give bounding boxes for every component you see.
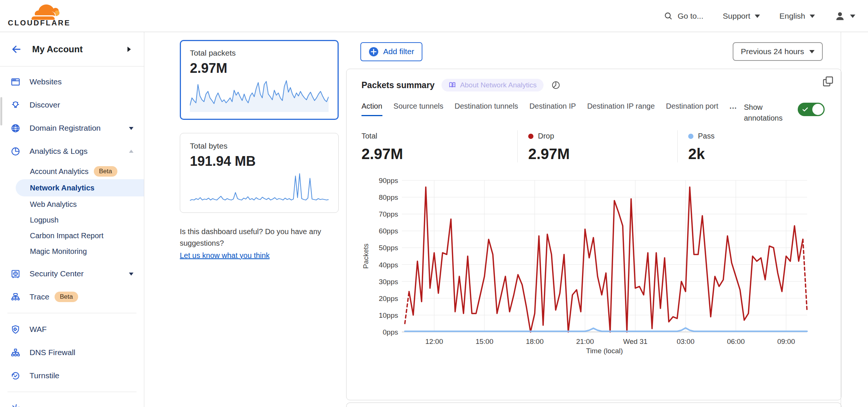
tab-more[interactable]: ... bbox=[730, 102, 737, 116]
tab-destination-ip-range[interactable]: Destination IP range bbox=[587, 102, 655, 116]
add-filter-button[interactable]: Add filter bbox=[360, 42, 422, 61]
sidebar-subitem-label: Account Analytics bbox=[30, 167, 89, 176]
tab-source-tunnels[interactable]: Source tunnels bbox=[394, 102, 443, 116]
chevron-right-icon[interactable] bbox=[127, 47, 133, 52]
sidebar-item-discover[interactable]: Discover bbox=[0, 93, 144, 116]
lightbulb-icon bbox=[10, 100, 21, 110]
chevron-down-icon bbox=[755, 15, 760, 21]
filter-row: Add filter Previous 24 hours bbox=[346, 42, 841, 61]
about-network-analytics-badge[interactable]: About Network Analytics bbox=[441, 79, 544, 91]
legend-dot bbox=[528, 134, 533, 139]
sidebar-item-dns-firewall[interactable]: DNS Firewall bbox=[0, 341, 144, 364]
sidebar-scrollbar[interactable] bbox=[0, 97, 2, 125]
sidebar-item-security-center[interactable]: Security Center bbox=[0, 262, 144, 285]
cloudflare-wordmark: CLOUDFLARE bbox=[8, 19, 71, 27]
svg-text:06:00: 06:00 bbox=[727, 338, 745, 345]
sidebar-item-domain-registration[interactable]: Domain Registration bbox=[0, 116, 144, 140]
chevron-down-icon bbox=[810, 15, 815, 21]
globe-icon bbox=[10, 123, 21, 133]
svg-text:70pps: 70pps bbox=[379, 210, 398, 218]
cloudflare-logo[interactable]: CLOUDFLARE bbox=[7, 4, 71, 27]
sidebar-item-analytics-logs[interactable]: Analytics & Logs bbox=[0, 140, 144, 163]
sidebar-item-waf[interactable]: WAF bbox=[0, 318, 144, 341]
sidebar-item-magic-monitoring[interactable]: Magic Monitoring bbox=[0, 243, 144, 259]
card-label: Total packets bbox=[190, 49, 329, 58]
svg-text:Packets: Packets bbox=[362, 243, 370, 269]
chevron-down-icon bbox=[809, 50, 815, 56]
total-bytes-sparkline bbox=[190, 171, 329, 206]
safe-icon bbox=[10, 269, 21, 279]
svg-text:03:00: 03:00 bbox=[677, 338, 695, 345]
trace-icon bbox=[10, 292, 21, 302]
sidebar-item-carbon-impact-report[interactable]: Carbon Impact Report bbox=[0, 228, 144, 243]
show-annotations-label: Show annotations bbox=[744, 102, 789, 124]
sidebar-item-turnstile[interactable]: Turnstile bbox=[0, 364, 144, 387]
expand-panel-icon[interactable] bbox=[822, 75, 834, 88]
sidebar-item-label: Security Center bbox=[30, 269, 84, 278]
svg-text:12:00: 12:00 bbox=[425, 338, 443, 345]
lightbulb-icon bbox=[10, 100, 21, 110]
main-right-border bbox=[841, 32, 841, 407]
support-menu[interactable]: Support bbox=[723, 12, 760, 21]
feedback-link[interactable]: Let us know what you think bbox=[180, 250, 270, 261]
tab-destination-ip[interactable]: Destination IP bbox=[529, 102, 576, 116]
rotate-check-icon bbox=[10, 371, 21, 381]
sidebar-item-label: DNS Firewall bbox=[30, 348, 76, 357]
svg-text:18:00: 18:00 bbox=[526, 338, 544, 345]
feedback-question: Is this dashboard useful? Do you have an… bbox=[180, 226, 337, 249]
show-annotations-toggle[interactable] bbox=[798, 103, 825, 116]
account-header: My Account bbox=[0, 32, 144, 66]
dimension-tabs: ActionSource tunnelsDestination tunnelsD… bbox=[361, 102, 795, 116]
card-label: Total bytes bbox=[190, 142, 329, 150]
sidebar-item-rays-icon[interactable] bbox=[0, 397, 144, 407]
sidebar-item-label: Analytics & Logs bbox=[30, 147, 87, 156]
svg-text:40pps: 40pps bbox=[379, 261, 398, 269]
time-range-label: Previous 24 hours bbox=[741, 47, 804, 56]
tab-action[interactable]: Action bbox=[361, 102, 382, 116]
svg-text:Time (local): Time (local) bbox=[586, 347, 623, 355]
sidebar-item-websites[interactable]: Websites bbox=[0, 70, 144, 93]
svg-text:Wed 31: Wed 31 bbox=[623, 338, 647, 345]
sidebar-divider bbox=[7, 392, 136, 392]
go-to-label: Go to... bbox=[678, 12, 704, 21]
account-menu[interactable] bbox=[834, 10, 855, 22]
card-value: 2.97M bbox=[190, 60, 329, 76]
stat-pass: Pass2k bbox=[677, 130, 714, 162]
topbar-actions: Go to... Support English bbox=[664, 10, 855, 22]
sidebar-item-logpush[interactable]: Logpush bbox=[0, 212, 144, 228]
svg-text:90pps: 90pps bbox=[379, 177, 398, 184]
sidebar-item-web-analytics[interactable]: Web Analytics bbox=[0, 196, 144, 212]
sidebar-item-account-analytics[interactable]: Account AnalyticsBeta bbox=[0, 164, 144, 179]
cloudflare-cloud-icon bbox=[19, 4, 59, 20]
stat-label: Pass bbox=[688, 132, 714, 140]
tab-destination-tunnels[interactable]: Destination tunnels bbox=[455, 102, 518, 116]
main-column: Add filter Previous 24 hours Packets sum… bbox=[346, 32, 841, 407]
language-menu[interactable]: English bbox=[779, 12, 815, 21]
trace-icon bbox=[10, 292, 21, 302]
svg-text:50pps: 50pps bbox=[379, 244, 398, 252]
chevron-up-icon bbox=[129, 147, 133, 153]
svg-text:09:00: 09:00 bbox=[777, 338, 795, 345]
total-bytes-card[interactable]: Total bytes 191.94 MB bbox=[180, 133, 339, 213]
time-range-selector[interactable]: Previous 24 hours bbox=[733, 42, 823, 61]
about-badge-label: About Network Analytics bbox=[460, 81, 537, 89]
pie-chart-icon[interactable] bbox=[551, 80, 561, 90]
globe-icon bbox=[10, 123, 21, 133]
tab-destination-port[interactable]: Destination port bbox=[666, 102, 718, 116]
back-arrow-icon[interactable] bbox=[10, 44, 22, 55]
hierarchy-icon bbox=[10, 348, 21, 358]
total-packets-card[interactable]: Total packets 2.97M bbox=[180, 40, 339, 120]
go-to-search[interactable]: Go to... bbox=[664, 11, 704, 21]
svg-text:21:00: 21:00 bbox=[576, 338, 594, 345]
user-icon bbox=[834, 10, 846, 22]
beta-badge: Beta bbox=[94, 166, 117, 177]
chevron-down-icon bbox=[129, 127, 133, 132]
pie-chart-icon bbox=[10, 146, 21, 156]
sidebar-item-trace[interactable]: TraceBeta bbox=[0, 285, 144, 308]
sidebar-item-label: Websites bbox=[30, 77, 62, 86]
legend-dot bbox=[688, 134, 693, 139]
sidebar-subitem-label: Web Analytics bbox=[30, 200, 77, 209]
sidebar-item-network-analytics[interactable]: Network Analytics bbox=[16, 179, 144, 196]
svg-text:15:00: 15:00 bbox=[475, 338, 493, 345]
account-title: My Account bbox=[32, 44, 83, 55]
